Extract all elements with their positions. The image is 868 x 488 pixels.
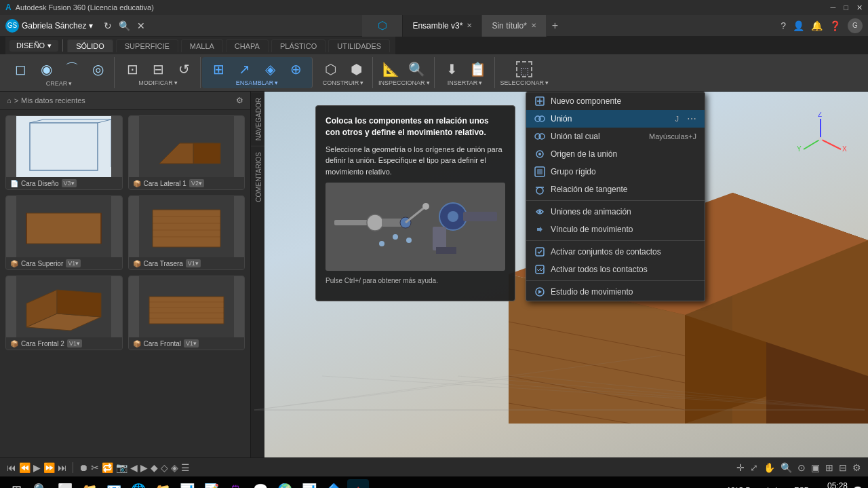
tab-close-ensamble[interactable]: ✕ <box>467 22 472 29</box>
tab-ensamble[interactable]: Ensamble v3* ✕ <box>403 15 482 37</box>
profile-avatar[interactable]: G <box>848 18 863 33</box>
taskbar-word[interactable]: 📝 <box>201 479 222 488</box>
construir-btn-2[interactable]: ⬢ <box>344 60 368 79</box>
pb-next[interactable]: ⏩ <box>43 462 55 473</box>
taskbar-excel[interactable]: 📊 <box>176 479 198 488</box>
construir-btn-1[interactable]: ⬡ <box>318 60 342 79</box>
crear-btn-1[interactable]: ◻ <box>8 58 33 79</box>
account-icon[interactable]: 👤 <box>793 20 804 31</box>
inspeccionar-label[interactable]: INSPECCIONAR ▾ <box>378 79 430 86</box>
ensamblar-label[interactable]: ENSAMBLAR ▾ <box>236 79 279 86</box>
system-tray-icons[interactable]: ∧ ESP <box>787 486 809 489</box>
nav-tab-navegador[interactable]: NAVEGADOR <box>251 92 264 146</box>
pan-icon[interactable]: ⤢ <box>750 462 758 473</box>
help2-icon[interactable]: ❓ <box>829 20 841 31</box>
thumbnail-cara-trasera[interactable]: 📦 Cara Trasera V1▾ <box>128 195 245 270</box>
zoom-icon[interactable]: 🔍 <box>781 462 792 473</box>
menu-relacion-tangente[interactable]: Relación de tangente <box>526 181 705 198</box>
version-cara-superior[interactable]: V1▾ <box>66 259 81 267</box>
minimize-button[interactable]: ─ <box>831 3 836 12</box>
ensamblar-btn-4[interactable]: ⊕ <box>283 60 308 79</box>
version-cara-trasera[interactable]: V1▾ <box>186 259 201 267</box>
tab-solido[interactable]: SÓLIDO <box>67 39 113 52</box>
clock[interactable]: 05:28 1/04/2022 <box>814 481 848 488</box>
thumbnail-cara-frontal2[interactable]: 📦 Cara Frontal 2 V1▾ <box>5 276 123 350</box>
pb-record[interactable]: ⏺ <box>79 462 88 473</box>
crear-btn-2[interactable]: ◉ <box>34 58 58 79</box>
modificar-btn-1[interactable]: ⊡ <box>120 60 144 79</box>
design-dropdown[interactable]: DISEÑO ▾ <box>9 40 58 52</box>
grid-icon[interactable]: ⊞ <box>825 462 833 473</box>
tab-chapa[interactable]: CHAPA <box>226 39 269 52</box>
seleccionar-label[interactable]: SELECCIONAR ▾ <box>500 79 549 86</box>
version-cara-frontal2[interactable]: V1▾ <box>67 339 82 348</box>
help-icon[interactable]: ? <box>781 20 786 31</box>
close-search-icon[interactable]: ✕ <box>137 20 145 31</box>
hand-icon[interactable]: ✋ <box>764 462 775 473</box>
crear-btn-3[interactable]: ⌒ <box>60 58 84 79</box>
view-icon[interactable]: ⊟ <box>839 462 847 473</box>
home-icon[interactable]: ⌂ <box>7 96 12 105</box>
settings-icon[interactable]: ⚙ <box>236 96 243 105</box>
thumbnail-cara-lateral1[interactable]: 📦 Cara Lateral 1 V2▾ <box>128 115 245 190</box>
ensamblar-btn-2[interactable]: ↗ <box>232 60 256 79</box>
menu-union[interactable]: Unión J ⋯ <box>526 110 705 128</box>
pb-prev[interactable]: ⏪ <box>19 462 31 473</box>
move-icon[interactable]: ✛ <box>736 462 745 473</box>
maximize-button[interactable]: □ <box>844 3 848 12</box>
taskbar-onenote[interactable]: 🗒 <box>225 479 247 488</box>
insertar-btn-2[interactable]: 📋 <box>466 60 490 79</box>
menu-grupo-rigido[interactable]: Grupo rígido <box>526 163 705 181</box>
tab-malla[interactable]: MALLA <box>181 39 223 52</box>
tab-new-button[interactable]: + <box>547 20 564 32</box>
pb-camera[interactable]: 📷 <box>116 462 127 473</box>
ensamblar-btn-3[interactable]: ◈ <box>258 60 282 79</box>
tab-utilidades[interactable]: UTILIDADES <box>328 39 390 52</box>
menu-activar-todos[interactable]: Activar todos los contactos <box>526 261 705 278</box>
user-dropdown-arrow[interactable]: ▾ <box>89 21 93 31</box>
thumbnail-cara-superior[interactable]: 📦 Cara Superior V1▾ <box>5 195 123 270</box>
search-icon[interactable]: 🔍 <box>119 20 130 31</box>
taskbar-mail[interactable]: 📧 <box>103 479 125 488</box>
display-icon[interactable]: ▣ <box>811 462 820 473</box>
inspeccionar-btn-1[interactable]: 📐 <box>379 60 403 79</box>
pb-keyframe2[interactable]: ◇ <box>161 462 168 473</box>
start-button[interactable]: ⊞ <box>5 479 27 488</box>
construir-label[interactable]: CONSTRUIR ▾ <box>323 79 364 86</box>
version-cara-lateral1[interactable]: V2▾ <box>189 179 204 187</box>
crear-label[interactable]: CREAR ▾ <box>46 80 73 87</box>
menu-activar-conjuntos[interactable]: Activar conjuntos de contactos <box>526 243 705 261</box>
settings-bottom[interactable]: ⚙ <box>852 462 861 473</box>
pb-keyframe[interactable]: ◆ <box>151 462 158 473</box>
pb-play[interactable]: ▶ <box>33 462 41 473</box>
tab-plastico[interactable]: PLÁSTICO <box>271 39 326 52</box>
taskbar-edge[interactable]: 🌐 <box>127 479 149 488</box>
inspeccionar-btn-2[interactable]: 🔍 <box>405 60 429 79</box>
taskbar-files[interactable]: 📁 <box>152 479 174 488</box>
insertar-label[interactable]: INSERTAR ▾ <box>448 79 483 86</box>
menu-vinculo-movimiento[interactable]: Vínculo de movimiento <box>526 221 705 238</box>
viewport[interactable]: NAVEGADOR COMENTARIOS <box>251 92 868 457</box>
version-cara-diseno[interactable]: V3▾ <box>62 179 77 187</box>
menu-estudio-movimiento[interactable]: Estudio de movimiento <box>526 283 705 301</box>
modificar-label[interactable]: MODIFICAR ▾ <box>138 79 178 86</box>
notifications-icon[interactable]: 🔔 <box>811 20 823 31</box>
pb-keyframe3[interactable]: ◈ <box>171 462 178 473</box>
pb-loop[interactable]: 🔁 <box>102 462 113 473</box>
menu-uniones-animacion[interactable]: Uniones de animación <box>526 203 705 221</box>
pb-cut[interactable]: ✂ <box>91 462 99 473</box>
pb-end[interactable]: ⏭ <box>58 462 67 473</box>
crear-btn-4[interactable]: ◎ <box>85 58 110 79</box>
modificar-btn-3[interactable]: ↺ <box>172 60 196 79</box>
taskbar-explorer[interactable]: 📁 <box>79 479 100 488</box>
taskbar-fusion[interactable]: 🔺 <box>347 479 369 488</box>
union-more[interactable]: ⋯ <box>687 113 696 124</box>
seleccionar-btn-1[interactable]: ⬚ <box>512 60 536 79</box>
menu-union-tal-cual[interactable]: Unión tal cual Mayúsculas+J <box>526 128 705 145</box>
ensamblar-btn-1[interactable]: ⊞ <box>206 60 231 79</box>
pb-frame-fwd[interactable]: ▶ <box>140 462 148 473</box>
close-button[interactable]: ✕ <box>856 3 863 12</box>
menu-nuevo-componente[interactable]: Nuevo componente <box>526 92 705 110</box>
pb-start[interactable]: ⏮ <box>7 462 16 473</box>
pb-frame-back[interactable]: ◀ <box>130 462 138 473</box>
